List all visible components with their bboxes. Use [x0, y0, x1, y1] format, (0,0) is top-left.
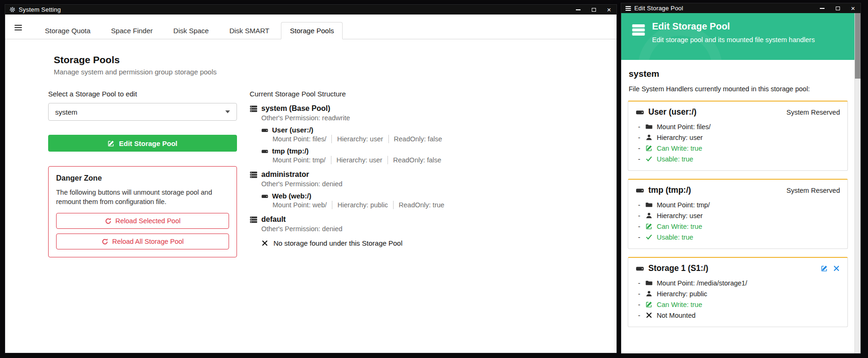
banner-subtitle: Edit storage pool and its mounted file s…: [652, 36, 815, 44]
system-reserved-badge: System Reserved: [787, 109, 840, 116]
child-mount: Mount Point: tmp/: [273, 156, 326, 164]
maximize-icon: [592, 8, 596, 12]
maximize-button[interactable]: [590, 7, 597, 13]
minimize-button[interactable]: [575, 7, 581, 13]
server-icon: [250, 216, 258, 224]
window-title: Edit Storage Pool: [634, 5, 683, 12]
folder-icon: [646, 201, 653, 208]
row-text: Mount Point: /media/storage1/: [657, 279, 747, 287]
handler-name: User (user:/): [648, 107, 782, 117]
reload-all-pools-button[interactable]: Reload All Storage Pool: [56, 234, 229, 249]
folder-icon: [646, 123, 653, 130]
remove-handler-button[interactable]: [833, 265, 840, 272]
server-icon: [250, 171, 258, 179]
check-icon: [646, 234, 653, 241]
server-icon: [631, 23, 646, 37]
hdd-icon: [636, 186, 644, 195]
x-mark-icon: [261, 240, 268, 247]
row-text: Hierarchy: user: [657, 212, 703, 219]
scrollbar-thumb[interactable]: [855, 13, 861, 79]
storage-child: tmp (tmp:/) Mount Point: tmp/ Hierarchy:…: [261, 147, 445, 164]
pool-permission: Other's Permission: readwrite: [261, 114, 445, 122]
row-text: Not Mounted: [657, 312, 696, 319]
pool-name-heading: system: [629, 69, 854, 79]
edit-icon: [646, 223, 653, 230]
handler-card: tmp (tmp:/) System Reserved - Mount Poin…: [628, 179, 848, 249]
close-button[interactable]: ×: [850, 5, 856, 12]
edit-icon: [646, 301, 653, 308]
tab-space-finder[interactable]: Space Finder: [102, 22, 162, 39]
window-title: System Setting: [19, 6, 61, 13]
edit-pool-titlebar: Edit Storage Pool ×: [621, 3, 861, 13]
pool-item: administrator Other's Permission: denied…: [250, 170, 445, 209]
storage-child: Web (web:/) Mount Point: web/ Hierarchy:…: [261, 192, 445, 209]
handler-name: Storage 1 (S1:/): [648, 263, 817, 273]
page-title: Storage Pools: [54, 54, 617, 66]
user-icon: [646, 212, 653, 219]
structure-title: Current Storage Pool Structure: [250, 90, 445, 98]
handler-cards: User (user:/) System Reserved - Mount Po…: [628, 101, 848, 327]
folder-icon: [646, 279, 653, 286]
maximize-button[interactable]: [834, 5, 841, 12]
child-mount: Mount Point: files/: [273, 135, 326, 143]
banner-title: Edit Storage Pool: [652, 21, 730, 32]
child-readonly: ReadOnly: true: [393, 201, 445, 209]
menu-icon: [625, 5, 631, 12]
child-readonly: ReadOnly: false: [387, 156, 441, 164]
handler-row: - Hierarchy: user: [636, 132, 840, 143]
handler-row: - Not Mounted: [636, 310, 840, 321]
reload-selected-pool-button[interactable]: Reload Selected Pool: [56, 213, 229, 229]
child-hierarchy: Hierarchy: user: [331, 156, 382, 164]
pool-structure-tree: system (Base Pool) Other's Permission: r…: [250, 104, 445, 247]
tab-storage-pools[interactable]: Storage Pools: [281, 22, 343, 39]
check-icon: [646, 155, 653, 162]
pool-name: administrator: [261, 170, 309, 179]
gear-icon: [9, 7, 15, 13]
row-text: Usable: true: [657, 234, 693, 241]
pool-structure-column: Current Storage Pool Structure system (B…: [250, 90, 445, 247]
user-icon: [646, 134, 653, 141]
hdd-icon: [261, 127, 268, 134]
edit-pool-banner: Edit Storage Pool Edit storage pool and …: [621, 13, 854, 60]
minimize-button[interactable]: [819, 5, 825, 12]
handler-card: Storage 1 (S1:/) - Mount Point: /media/s…: [628, 257, 848, 327]
pool-name: system (Base Pool): [261, 104, 330, 113]
storage-pool-select-value: system: [55, 108, 78, 116]
pool-permission: Other's Permission: denied: [261, 180, 445, 188]
x-mark-icon: [646, 312, 653, 319]
pool-item: system (Base Pool) Other's Permission: r…: [250, 104, 445, 164]
handler-row: - Mount Point: tmp/: [636, 199, 840, 210]
close-button[interactable]: ×: [606, 7, 612, 13]
danger-zone-description: The following buttons will unmount stora…: [56, 188, 229, 206]
handler-row: - Can Write: true: [636, 221, 840, 232]
row-text: Usable: true: [657, 155, 693, 163]
intro-text: File System Handlers currently mounted i…: [629, 85, 854, 93]
edit-icon: [646, 145, 653, 152]
hdd-icon: [261, 148, 268, 155]
storage-child: User (user:/) Mount Point: files/ Hierar…: [261, 126, 445, 143]
desktop-background: System Setting × Storage Quota Space Fin…: [0, 0, 868, 358]
child-hierarchy: Hierarchy: public: [332, 201, 388, 209]
scrollbar-track[interactable]: [854, 13, 861, 353]
system-setting-window: System Setting × Storage Quota Space Fin…: [5, 4, 617, 353]
edit-handler-button[interactable]: [821, 265, 828, 272]
pool-editor-column: Select a Storage Pool to edit system Edi…: [48, 90, 237, 257]
minimize-icon: [820, 8, 825, 9]
refresh-icon: [105, 218, 112, 225]
child-name: tmp (tmp:/): [272, 147, 308, 155]
tab-bar: Storage Quota Space Finder Disk Space Di…: [5, 15, 617, 39]
child-readonly: ReadOnly: false: [388, 135, 442, 143]
menu-icon[interactable]: [14, 23, 22, 32]
child-name: Web (web:/): [272, 192, 311, 200]
pool-item: default Other's Permission: denied No st…: [250, 215, 445, 247]
row-text: Mount Point: files/: [657, 123, 710, 131]
tab-disk-smart[interactable]: Disk SMART: [221, 22, 279, 39]
tab-storage-quota[interactable]: Storage Quota: [36, 22, 100, 39]
handler-row: - Usable: true: [636, 153, 840, 164]
tabs: Storage Quota Space Finder Disk Space Di…: [36, 22, 345, 39]
tab-disk-space[interactable]: Disk Space: [165, 22, 218, 39]
storage-pool-select[interactable]: system: [48, 103, 237, 121]
handler-row: - Hierarchy: user: [636, 210, 840, 221]
handler-actions: [821, 265, 840, 272]
edit-storage-pool-button[interactable]: Edit Storage Pool: [48, 135, 237, 152]
